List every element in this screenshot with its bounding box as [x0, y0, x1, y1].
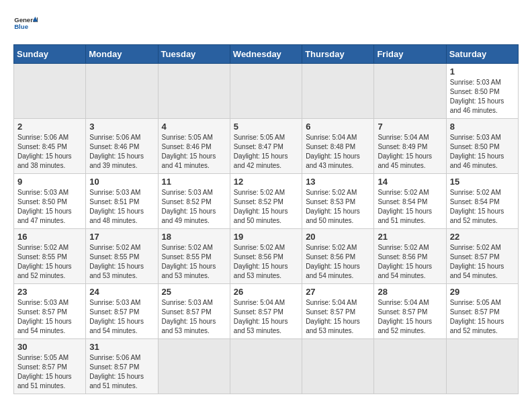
day-info: Sunrise: 5:05 AMSunset: 8:47 PMDaylight:… [234, 133, 298, 171]
weekday-header-wednesday: Wednesday [230, 45, 302, 64]
day-number: 28 [378, 287, 442, 297]
day-number: 21 [378, 232, 442, 242]
day-cell-31: 31Sunrise: 5:06 AMSunset: 8:57 PMDayligh… [86, 339, 158, 394]
weekday-header-monday: Monday [86, 45, 158, 64]
logo: General Blue [13, 13, 38, 38]
calendar-week-4: 16Sunrise: 5:02 AMSunset: 8:55 PMDayligh… [14, 229, 519, 284]
day-info: Sunrise: 5:05 AMSunset: 8:57 PMDaylight:… [450, 298, 515, 336]
day-number: 18 [162, 232, 226, 242]
calendar-table: SundayMondayTuesdayWednesdayThursdayFrid… [13, 44, 519, 394]
day-number: 31 [89, 342, 154, 352]
empty-cell [158, 339, 230, 394]
day-info: Sunrise: 5:02 AMSunset: 8:54 PMDaylight:… [450, 188, 515, 226]
empty-cell [302, 339, 374, 394]
calendar-week-1: 1Sunrise: 5:03 AMSunset: 8:50 PMDaylight… [14, 64, 519, 119]
day-number: 20 [306, 232, 370, 242]
day-cell-16: 16Sunrise: 5:02 AMSunset: 8:55 PMDayligh… [14, 229, 86, 284]
day-cell-7: 7Sunrise: 5:04 AMSunset: 8:49 PMDaylight… [374, 119, 446, 174]
day-number: 25 [162, 287, 226, 297]
calendar-header-row: SundayMondayTuesdayWednesdayThursdayFrid… [14, 45, 519, 64]
day-number: 19 [234, 232, 298, 242]
svg-text:Blue: Blue [14, 23, 28, 30]
day-number: 17 [89, 232, 154, 242]
day-info: Sunrise: 5:02 AMSunset: 8:56 PMDaylight:… [378, 243, 442, 281]
day-cell-14: 14Sunrise: 5:02 AMSunset: 8:54 PMDayligh… [374, 174, 446, 229]
day-info: Sunrise: 5:03 AMSunset: 8:50 PMDaylight:… [450, 133, 515, 171]
day-cell-24: 24Sunrise: 5:03 AMSunset: 8:57 PMDayligh… [86, 284, 158, 339]
day-info: Sunrise: 5:02 AMSunset: 8:57 PMDaylight:… [450, 243, 515, 281]
day-number: 27 [306, 287, 370, 297]
day-number: 2 [17, 122, 82, 132]
day-info: Sunrise: 5:02 AMSunset: 8:55 PMDaylight:… [17, 243, 82, 281]
day-info: Sunrise: 5:03 AMSunset: 8:57 PMDaylight:… [89, 298, 154, 336]
day-info: Sunrise: 5:04 AMSunset: 8:49 PMDaylight:… [378, 133, 442, 171]
weekday-header-thursday: Thursday [302, 45, 374, 64]
day-cell-22: 22Sunrise: 5:02 AMSunset: 8:57 PMDayligh… [446, 229, 518, 284]
day-info: Sunrise: 5:03 AMSunset: 8:51 PMDaylight:… [89, 188, 154, 226]
day-info: Sunrise: 5:02 AMSunset: 8:55 PMDaylight:… [89, 243, 154, 281]
day-number: 14 [378, 177, 442, 187]
day-cell-26: 26Sunrise: 5:04 AMSunset: 8:57 PMDayligh… [230, 284, 302, 339]
empty-cell [158, 64, 230, 119]
day-number: 8 [450, 122, 515, 132]
day-number: 12 [234, 177, 298, 187]
empty-cell [374, 339, 446, 394]
day-cell-6: 6Sunrise: 5:04 AMSunset: 8:48 PMDaylight… [302, 119, 374, 174]
day-info: Sunrise: 5:04 AMSunset: 8:57 PMDaylight:… [234, 298, 298, 336]
day-cell-1: 1Sunrise: 5:03 AMSunset: 8:50 PMDaylight… [446, 64, 518, 119]
day-cell-2: 2Sunrise: 5:06 AMSunset: 8:45 PMDaylight… [14, 119, 86, 174]
day-info: Sunrise: 5:06 AMSunset: 8:57 PMDaylight:… [89, 353, 154, 391]
day-info: Sunrise: 5:05 AMSunset: 8:57 PMDaylight:… [17, 353, 82, 391]
day-cell-19: 19Sunrise: 5:02 AMSunset: 8:56 PMDayligh… [230, 229, 302, 284]
day-cell-23: 23Sunrise: 5:03 AMSunset: 8:57 PMDayligh… [14, 284, 86, 339]
weekday-header-friday: Friday [374, 45, 446, 64]
day-info: Sunrise: 5:03 AMSunset: 8:57 PMDaylight:… [17, 298, 82, 336]
day-info: Sunrise: 5:04 AMSunset: 8:48 PMDaylight:… [306, 133, 370, 171]
day-info: Sunrise: 5:03 AMSunset: 8:57 PMDaylight:… [162, 298, 226, 336]
empty-cell [374, 64, 446, 119]
day-info: Sunrise: 5:02 AMSunset: 8:55 PMDaylight:… [162, 243, 226, 281]
day-number: 26 [234, 287, 298, 297]
day-cell-4: 4Sunrise: 5:05 AMSunset: 8:46 PMDaylight… [158, 119, 230, 174]
day-info: Sunrise: 5:04 AMSunset: 8:57 PMDaylight:… [378, 298, 442, 336]
day-cell-3: 3Sunrise: 5:06 AMSunset: 8:46 PMDaylight… [86, 119, 158, 174]
calendar-week-6: 30Sunrise: 5:05 AMSunset: 8:57 PMDayligh… [14, 339, 519, 394]
day-cell-25: 25Sunrise: 5:03 AMSunset: 8:57 PMDayligh… [158, 284, 230, 339]
day-cell-27: 27Sunrise: 5:04 AMSunset: 8:57 PMDayligh… [302, 284, 374, 339]
empty-cell [230, 339, 302, 394]
day-cell-12: 12Sunrise: 5:02 AMSunset: 8:52 PMDayligh… [230, 174, 302, 229]
day-info: Sunrise: 5:02 AMSunset: 8:56 PMDaylight:… [306, 243, 370, 281]
calendar-week-2: 2Sunrise: 5:06 AMSunset: 8:45 PMDaylight… [14, 119, 519, 174]
day-number: 9 [17, 177, 82, 187]
day-number: 15 [450, 177, 515, 187]
day-cell-10: 10Sunrise: 5:03 AMSunset: 8:51 PMDayligh… [86, 174, 158, 229]
logo-svg: General Blue [13, 13, 38, 38]
day-info: Sunrise: 5:03 AMSunset: 8:52 PMDaylight:… [162, 188, 226, 226]
day-number: 3 [89, 122, 154, 132]
day-number: 22 [450, 232, 515, 242]
weekday-header-saturday: Saturday [446, 45, 518, 64]
day-cell-28: 28Sunrise: 5:04 AMSunset: 8:57 PMDayligh… [374, 284, 446, 339]
day-number: 16 [17, 232, 82, 242]
day-cell-30: 30Sunrise: 5:05 AMSunset: 8:57 PMDayligh… [14, 339, 86, 394]
day-number: 29 [450, 287, 515, 297]
day-number: 13 [306, 177, 370, 187]
empty-cell [302, 64, 374, 119]
day-cell-17: 17Sunrise: 5:02 AMSunset: 8:55 PMDayligh… [86, 229, 158, 284]
day-number: 1 [450, 66, 515, 77]
day-cell-15: 15Sunrise: 5:02 AMSunset: 8:54 PMDayligh… [446, 174, 518, 229]
day-info: Sunrise: 5:02 AMSunset: 8:53 PMDaylight:… [306, 188, 370, 226]
day-info: Sunrise: 5:05 AMSunset: 8:46 PMDaylight:… [162, 133, 226, 171]
day-info: Sunrise: 5:02 AMSunset: 8:56 PMDaylight:… [234, 243, 298, 281]
day-number: 23 [17, 287, 82, 297]
empty-cell [230, 64, 302, 119]
day-info: Sunrise: 5:03 AMSunset: 8:50 PMDaylight:… [450, 78, 515, 116]
day-number: 30 [17, 342, 82, 352]
weekday-header-tuesday: Tuesday [158, 45, 230, 64]
day-cell-20: 20Sunrise: 5:02 AMSunset: 8:56 PMDayligh… [302, 229, 374, 284]
day-number: 11 [162, 177, 226, 187]
calendar-week-5: 23Sunrise: 5:03 AMSunset: 8:57 PMDayligh… [14, 284, 519, 339]
day-number: 5 [234, 122, 298, 132]
day-cell-21: 21Sunrise: 5:02 AMSunset: 8:56 PMDayligh… [374, 229, 446, 284]
day-number: 24 [89, 287, 154, 297]
